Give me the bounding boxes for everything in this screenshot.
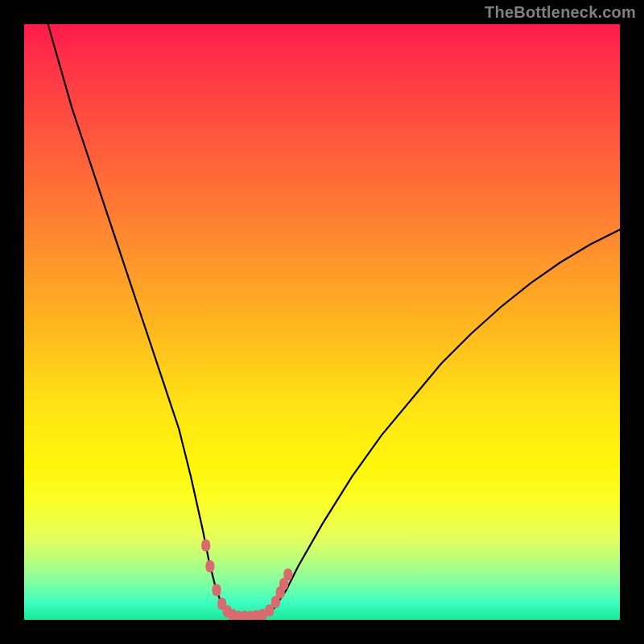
curve-overlay — [24, 24, 620, 620]
marker-point — [213, 584, 221, 597]
bottleneck-curve — [48, 24, 620, 617]
watermark-text: TheBottleneck.com — [485, 3, 636, 22]
marker-point — [205, 560, 214, 572]
highlight-markers — [201, 539, 292, 620]
chart-stage: TheBottleneck.com — [0, 0, 644, 644]
marker-point — [283, 568, 292, 580]
plot-area — [24, 24, 620, 620]
marker-point — [201, 539, 210, 551]
